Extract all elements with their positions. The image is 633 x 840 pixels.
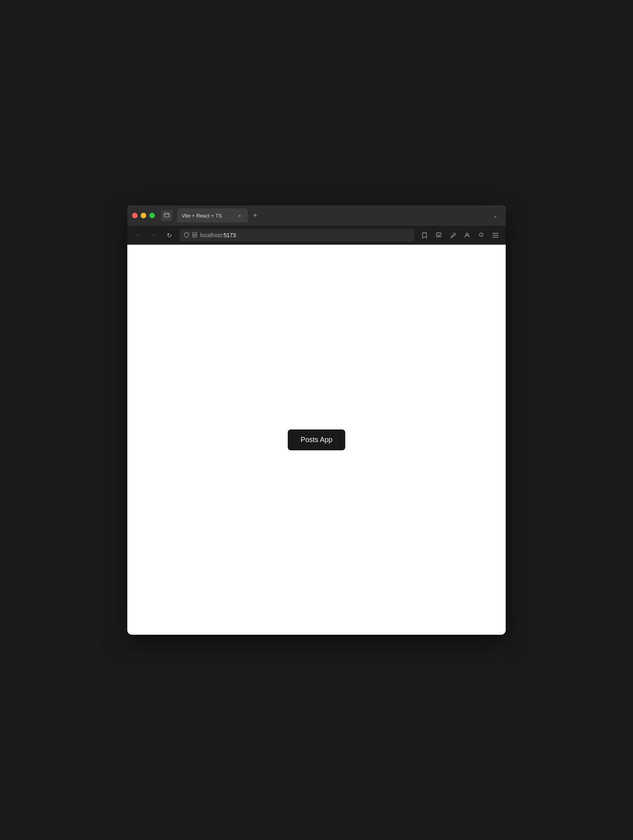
page-icon: [192, 232, 197, 239]
tab-bar: Vite + React + TS × +: [177, 208, 487, 223]
extensions-button[interactable]: [476, 230, 487, 241]
address-input[interactable]: localhost:5173: [179, 229, 414, 242]
tab-title: Vite + React + TS: [182, 213, 233, 219]
posts-app-button[interactable]: Posts App: [288, 429, 345, 450]
tab-favicon-button[interactable]: [161, 210, 172, 221]
traffic-lights: [132, 213, 155, 218]
reload-button[interactable]: ↻: [164, 230, 175, 241]
tools-button[interactable]: [447, 230, 458, 241]
back-button[interactable]: ←: [132, 230, 143, 241]
tab-close-button[interactable]: ×: [236, 212, 243, 219]
account-button[interactable]: [462, 230, 473, 241]
address-bar: ← → ↻ localhost:5173: [127, 226, 506, 245]
active-tab[interactable]: Vite + React + TS ×: [177, 208, 248, 223]
pocket-button[interactable]: [433, 230, 444, 241]
bookmark-button[interactable]: [419, 230, 430, 241]
close-button[interactable]: [132, 213, 138, 218]
shield-icon: [184, 232, 189, 239]
toolbar-icons: [419, 230, 501, 241]
new-tab-button[interactable]: +: [249, 210, 261, 221]
tab-dropdown-button[interactable]: ⌄: [490, 211, 501, 220]
title-bar: Vite + React + TS × + ⌄: [127, 205, 506, 226]
svg-rect-0: [164, 213, 169, 217]
address-scheme: localhost:: [200, 232, 223, 238]
minimize-button[interactable]: [141, 213, 146, 218]
address-port: 5173: [223, 232, 236, 238]
maximize-button[interactable]: [149, 213, 155, 218]
page-content: Posts App: [127, 245, 506, 635]
address-text: localhost:5173: [200, 232, 410, 238]
browser-window: Vite + React + TS × + ⌄ ← → ↻: [127, 205, 506, 635]
menu-button[interactable]: [490, 230, 501, 241]
forward-button[interactable]: →: [148, 230, 159, 241]
